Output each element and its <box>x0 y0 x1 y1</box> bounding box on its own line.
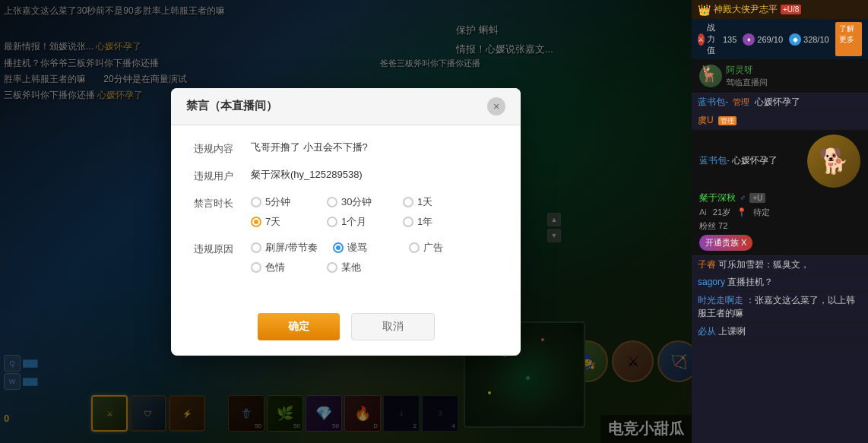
battle-value: 135 <box>723 35 737 44</box>
role-badge-1: 管理 <box>733 97 749 106</box>
chat-username-6[interactable]: 必从 <box>698 326 716 337</box>
reason-other-label: 某他 <box>341 261 361 274</box>
vip-button[interactable]: 开通贵族 X <box>699 235 752 251</box>
form-row-violation-content: 违规内容 飞哥开撸了 小丑会不下播? <box>194 141 498 156</box>
chat-msg-1: 蓝书包- 管理 心媛怀孕了 <box>692 93 868 112</box>
duration-1year-label: 1年 <box>417 215 432 229</box>
ban-reason-label: 违规原因 <box>194 241 251 256</box>
live-room-desc: 驾临直播间 <box>726 77 768 88</box>
duration-30min-radio[interactable] <box>327 197 337 207</box>
reason-other[interactable]: 某他 <box>327 261 388 274</box>
duration-1day-label: 1天 <box>417 195 432 209</box>
form-row-ban-duration: 禁言时长 5分钟 30分钟 1天 <box>194 195 498 229</box>
duration-1day-radio[interactable] <box>403 197 413 207</box>
sidebar-username: 神殿大侠尹志平 <box>714 3 778 16</box>
duration-5min[interactable]: 5分钟 <box>251 195 312 209</box>
duration-1month-radio[interactable] <box>327 217 337 227</box>
right-sidebar: 👑 神殿大侠尹志平 +U/8 ⚔ 战力值 135 ♦ 269/10 ◆ 328/… <box>692 0 868 443</box>
reason-spam-label: 刷屏/带节奏 <box>265 241 318 255</box>
modal-header: 禁言（本直播间） × <box>171 88 521 125</box>
modal-title: 禁言（本直播间） <box>186 99 277 113</box>
duration-1month[interactable]: 1个月 <box>327 215 388 229</box>
reason-insult-radio[interactable] <box>333 242 344 253</box>
profile-avatar: 🐕 <box>807 134 860 188</box>
modal-footer: 确定 取消 <box>171 302 521 356</box>
chat-msg-4: sagory 直播挂机？ <box>692 274 868 292</box>
profile-location: 待定 <box>753 207 770 218</box>
violation-user-value: 粲于深秋(hy_125289538) <box>251 168 498 182</box>
learn-more-btn[interactable]: 了解更多 <box>835 22 862 56</box>
stat-gem: ◆ 328/10 <box>789 22 829 56</box>
reason-erotic[interactable]: 色情 <box>251 261 312 274</box>
form-row-ban-reason: 违规原因 刷屏/带节奏 谩骂 广告 <box>194 241 498 274</box>
ban-duration-options: 5分钟 30分钟 1天 7天 <box>251 195 498 229</box>
violation-content-value: 飞哥开撸了 小丑会不下播? <box>251 141 498 154</box>
live-room-link[interactable]: 🦌 阿灵呀 驾临直播间 <box>692 59 868 93</box>
ban-duration-label: 禁言时长 <box>194 195 251 210</box>
battle-label: 战力值 <box>707 22 721 56</box>
profile-gender-icon: ♂ <box>740 193 746 202</box>
gem-icon: ◆ <box>789 33 801 46</box>
location-icon: 📍 <box>737 207 747 217</box>
chat-username-3[interactable]: 子睿 <box>698 259 716 270</box>
chat-username-2[interactable]: 蓝书包- <box>699 155 730 166</box>
profile-fans: 粉丝 72 <box>699 220 860 232</box>
duration-7day[interactable]: 7天 <box>251 215 312 229</box>
chat-username-1[interactable]: 蓝书包- <box>698 97 728 107</box>
battle-icon: ⚔ <box>698 33 705 46</box>
modal-close-button[interactable]: × <box>487 97 505 115</box>
modal-overlay: 禁言（本直播间） × 违规内容 飞哥开撸了 小丑会不下播? 违规用户 粲于深秋(… <box>0 0 692 443</box>
reason-erotic-label: 色情 <box>265 261 285 274</box>
chat-content-3: 可乐加雪碧：狐臭文， <box>718 259 809 270</box>
reason-erotic-radio[interactable] <box>251 262 261 273</box>
duration-1day[interactable]: 1天 <box>403 195 464 209</box>
profile-section: 蓝书包- 心媛怀孕了 🐕 粲于深秋 ♂ +U Ai 21岁 📍 待定 <box>692 130 868 256</box>
level-tag: +U/8 <box>781 5 801 14</box>
chat-msg-admin: 虞U 管理 <box>692 112 868 130</box>
reason-spam[interactable]: 刷屏/带节奏 <box>251 241 318 255</box>
ban-modal: 禁言（本直播间） × 违规内容 飞哥开撸了 小丑会不下播? 违规用户 粲于深秋(… <box>171 88 521 356</box>
chat-username-4[interactable]: sagory <box>698 277 725 287</box>
fans-label: 粉丝 <box>699 221 716 230</box>
level-u-badge: +U <box>749 193 765 203</box>
chat-content-2: 心媛怀孕了 <box>732 155 778 166</box>
reason-ads-label: 广告 <box>423 241 443 255</box>
stats-bar: ⚔ 战力值 135 ♦ 269/10 ◆ 328/10 了解更多 <box>692 19 868 59</box>
sidebar-user: 👑 神殿大侠尹志平 +U/8 <box>698 3 801 16</box>
profile-name: 粲于深秋 <box>699 191 736 204</box>
live-avatar: 🦌 <box>699 65 722 87</box>
reason-insult-label: 谩骂 <box>347 241 367 255</box>
violation-user-label: 违规用户 <box>194 168 251 183</box>
confirm-button[interactable]: 确定 <box>258 313 340 340</box>
reason-insult[interactable]: 谩骂 <box>333 241 394 255</box>
chat-content-4: 直播挂机？ <box>727 277 773 287</box>
reason-ads[interactable]: 广告 <box>409 241 470 255</box>
duration-5min-label: 5分钟 <box>265 195 290 209</box>
duration-1year-radio[interactable] <box>403 217 413 227</box>
reason-ads-radio[interactable] <box>409 242 420 253</box>
chat-username-admin[interactable]: 虞U <box>698 115 714 125</box>
duration-30min[interactable]: 30分钟 <box>327 195 388 209</box>
chat-msg-5: 时光走啊走 ：张嘉文这么菜了，以上韩服王者的嘛 <box>692 292 868 323</box>
live-room-name: 阿灵呀 <box>726 64 768 77</box>
chat-username-5[interactable]: 时光走啊走 <box>698 295 743 305</box>
reason-spam-radio[interactable] <box>251 242 261 253</box>
duration-7day-radio[interactable] <box>251 217 261 227</box>
age-icon: Ai <box>699 207 707 217</box>
chat-msg-3: 子睿 可乐加雪碧：狐臭文， <box>692 256 868 274</box>
duration-5min-radio[interactable] <box>251 197 261 207</box>
duration-1year[interactable]: 1年 <box>403 215 464 229</box>
gem-value: 328/10 <box>803 35 829 44</box>
stat-magic: ♦ 269/10 <box>743 22 783 56</box>
duration-7day-label: 7天 <box>265 215 280 229</box>
crown-icon: 👑 <box>698 4 711 16</box>
violation-content-label: 违规内容 <box>194 141 251 156</box>
cancel-button[interactable]: 取消 <box>351 313 435 340</box>
sidebar-content[interactable]: 🦌 阿灵呀 驾临直播间 蓝书包- 管理 心媛怀孕了 虞U 管理 蓝书包- <box>692 59 868 443</box>
chat-content-6: 上课咧 <box>718 326 746 337</box>
sidebar-topbar: 👑 神殿大侠尹志平 +U/8 <box>692 0 868 19</box>
reason-other-radio[interactable] <box>327 262 337 273</box>
chat-content-1: 心媛怀孕了 <box>755 97 800 107</box>
stat-battle: ⚔ 战力值 135 <box>698 22 737 56</box>
form-row-violation-user: 违规用户 粲于深秋(hy_125289538) <box>194 168 498 183</box>
